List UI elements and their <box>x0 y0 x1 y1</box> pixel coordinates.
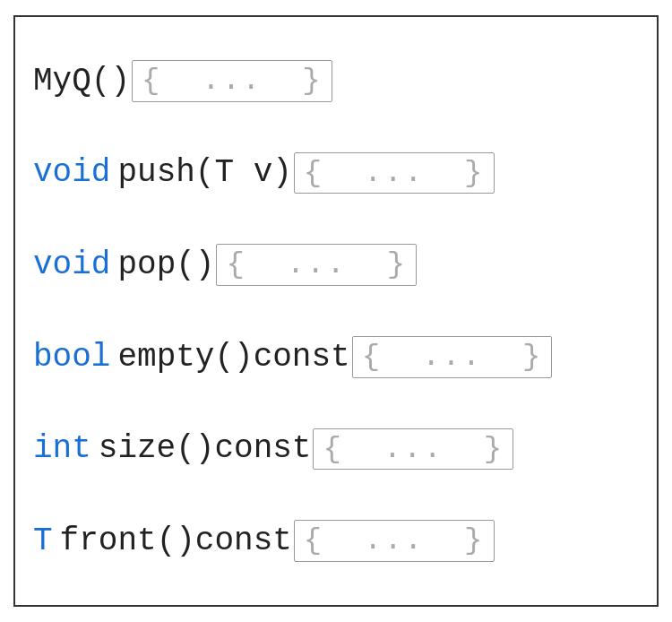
line-size-method: int size()const { ... } <box>33 428 639 471</box>
push-method-block-content: { ... } <box>304 155 485 192</box>
myq-constructor-block-content: { ... } <box>142 63 323 99</box>
line-myq-constructor: MyQ() { ... } <box>33 60 639 102</box>
empty-method-text: empty()const <box>117 338 349 376</box>
push-method-block[interactable]: { ... } <box>294 152 495 194</box>
code-display: MyQ() { ... } void push(T v) { ... } voi… <box>13 15 659 607</box>
front-method-text: front()const <box>60 522 292 560</box>
pop-method-block[interactable]: { ... } <box>216 244 417 286</box>
line-push-method: void push(T v) { ... } <box>33 152 639 194</box>
size-method-block[interactable]: { ... } <box>313 428 513 471</box>
size-keyword: int <box>33 429 91 468</box>
size-method-text: size()const <box>99 429 312 468</box>
line-empty-method: bool empty()const { ... } <box>33 336 639 378</box>
front-keyword: T <box>33 522 53 560</box>
myq-constructor-text: MyQ() <box>33 62 130 100</box>
line-pop-method: void pop() { ... } <box>33 244 639 286</box>
empty-method-block[interactable]: { ... } <box>352 336 553 378</box>
push-method-text: push(T v) <box>117 153 291 192</box>
line-front-method: T front()const { ... } <box>33 520 639 562</box>
size-method-block-content: { ... } <box>323 431 504 468</box>
pop-keyword: void <box>33 246 110 284</box>
empty-keyword: bool <box>33 338 110 376</box>
pop-method-text: pop() <box>117 246 214 284</box>
push-keyword: void <box>33 153 110 192</box>
front-method-block[interactable]: { ... } <box>294 520 495 562</box>
empty-method-block-content: { ... } <box>362 339 543 376</box>
myq-constructor-block[interactable]: { ... } <box>132 60 332 102</box>
pop-method-block-content: { ... } <box>226 246 407 283</box>
front-method-block-content: { ... } <box>304 523 485 559</box>
